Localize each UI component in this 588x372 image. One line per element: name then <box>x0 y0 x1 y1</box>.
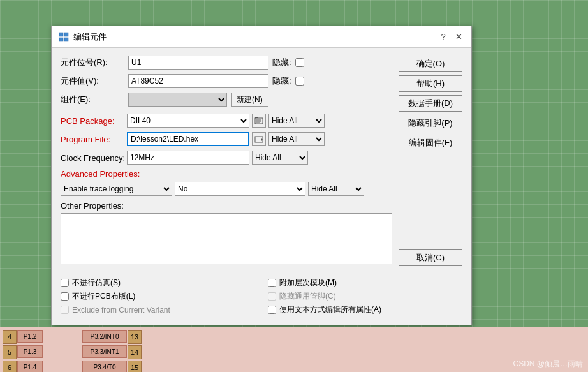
pcb-label-p14: P1.4 <box>17 361 43 372</box>
pcb-package-select[interactable]: DIL40 <box>127 114 249 128</box>
adv-value-select[interactable]: No <box>175 182 305 196</box>
other-props-label: Other Properties: <box>61 201 392 211</box>
pcb-hide-all-select[interactable]: Hide All <box>268 114 325 128</box>
pcb-label-p33int1: P3.3/INT1 <box>82 345 127 358</box>
title-bar-left: 编辑元件 <box>58 31 107 43</box>
no-sim-item: 不进行仿真(S) <box>61 278 255 288</box>
edit-all-props-checkbox[interactable] <box>268 306 276 314</box>
part-label: 组件(E): <box>61 94 124 105</box>
pcb-row7: P3.4/T0 15 <box>82 361 142 372</box>
svg-rect-2 <box>59 38 63 41</box>
svg-rect-3 <box>64 38 68 41</box>
value-hide-checkbox[interactable] <box>295 77 304 86</box>
hide-pins-button[interactable]: 隐藏引脚(P) <box>399 115 462 131</box>
add-submodule-item: 附加层次模块(M) <box>268 278 462 288</box>
program-browse-icon[interactable] <box>252 132 266 146</box>
ref-row: 元件位号(R): 隐藏: <box>61 56 392 70</box>
adv-hide-all-select[interactable]: Hide All <box>308 182 364 196</box>
dialog-icon <box>58 31 70 43</box>
help-button[interactable]: 帮助(H) <box>399 75 462 92</box>
title-bar-controls: ? ✕ <box>437 31 465 43</box>
left-panel: 元件位号(R): 隐藏: 元件值(V): 隐藏: 组件(E): 新建(N) <box>61 56 392 266</box>
no-sim-checkbox[interactable] <box>61 279 69 287</box>
right-panel: 确定(O) 帮助(H) 数据手册(D) 隐藏引脚(P) 编辑固件(F) 取消(C… <box>399 56 462 266</box>
svg-rect-0 <box>59 33 63 36</box>
pcb-row5: P3.2/INT0 13 <box>82 330 142 344</box>
add-submodule-label: 附加层次模块(M) <box>279 278 337 288</box>
exclude-variant-checkbox[interactable] <box>61 306 69 314</box>
program-file-row: Program File: Hide All <box>61 132 392 146</box>
clock-freq-label: Clock Frequency: <box>61 153 124 163</box>
dialog-title: 编辑元件 <box>73 31 107 43</box>
dialog-body: 元件位号(R): 隐藏: 元件值(V): 隐藏: 组件(E): 新建(N) <box>52 48 471 272</box>
help-icon-btn[interactable]: ? <box>437 31 450 43</box>
edit-component-dialog: 编辑元件 ? ✕ 元件位号(R): 隐藏: 元件值(V): 隐藏: <box>51 26 472 325</box>
pcb-row2: 5 P1.3 <box>3 345 43 359</box>
close-icon-btn[interactable]: ✕ <box>452 31 465 43</box>
no-pcb-item: 不进行PCB布版(L) <box>61 291 255 302</box>
pcb-pin-6: 6 <box>3 361 17 372</box>
hide-common-pins-label: 隐藏通用管脚(C) <box>279 291 336 302</box>
ref-hide-label: 隐藏: <box>272 57 291 68</box>
adv-props-row: Enable trace logging No Hide All <box>61 182 392 196</box>
ref-input[interactable] <box>128 56 268 70</box>
clock-hide-all-select[interactable]: Hide All <box>252 151 308 165</box>
no-pcb-label: 不进行PCB布版(L) <box>72 291 135 302</box>
pcb-pin-14: 14 <box>128 345 142 359</box>
pcb-col1: 4 P1.2 5 P1.3 6 P1.4 P1.5 <box>3 330 43 372</box>
ref-hide-checkbox[interactable] <box>295 58 304 67</box>
edit-all-props-item: 使用文本方式编辑所有属性(A) <box>268 304 462 315</box>
hide-common-pins-item: 隐藏通用管脚(C) <box>268 291 462 302</box>
svg-rect-1 <box>64 33 68 36</box>
part-select[interactable] <box>128 93 227 107</box>
pcb-row1: 4 P1.2 <box>3 330 43 344</box>
part-new-button[interactable]: 新建(N) <box>231 93 268 107</box>
pcb-pin-15: 15 <box>128 361 142 372</box>
adv-props-label: Advanced Properties: <box>61 169 392 179</box>
pcb-col2: P3.2/INT0 13 P3.3/INT1 14 P3.4/T0 15 P3.… <box>82 330 142 372</box>
value-label: 元件值(V): <box>61 75 124 87</box>
no-sim-label: 不进行仿真(S) <box>72 278 121 288</box>
pcb-label-p12: P1.2 <box>17 330 43 343</box>
value-hide-label: 隐藏: <box>272 75 291 87</box>
pcb-label-p13: P1.3 <box>17 345 43 358</box>
pcb-row3: 6 P1.4 <box>3 361 43 372</box>
pcb-label-p32int0: P3.2/INT0 <box>82 330 127 343</box>
pcb-pin-5: 5 <box>3 345 17 359</box>
exclude-variant-item: Exclude from Current Variant <box>61 304 255 315</box>
value-input[interactable] <box>128 74 268 88</box>
edit-all-props-label: 使用文本方式编辑所有属性(A) <box>279 304 381 315</box>
cancel-button[interactable]: 取消(C) <box>399 249 462 266</box>
ref-label: 元件位号(R): <box>61 57 124 68</box>
clock-freq-input[interactable] <box>127 151 249 165</box>
pcb-strip: 4 P1.2 5 P1.3 6 P1.4 P1.5 P3.2/INT0 13 P… <box>0 327 588 372</box>
pcb-row6: P3.3/INT1 14 <box>82 345 142 359</box>
pcb-label-p34t0: P3.4/T0 <box>82 361 127 372</box>
pcb-browse-icon[interactable] <box>252 114 266 128</box>
program-file-input[interactable] <box>127 132 249 146</box>
value-row: 元件值(V): 隐藏: <box>61 74 392 88</box>
pcb-pin-13: 13 <box>128 330 142 344</box>
svg-rect-5 <box>255 117 258 118</box>
program-hide-all-select[interactable]: Hide All <box>268 132 325 146</box>
hide-common-pins-checkbox[interactable] <box>268 292 276 301</box>
pcb-pin-4: 4 <box>3 330 17 344</box>
program-file-label: Program File: <box>61 135 124 144</box>
datasheet-button[interactable]: 数据手册(D) <box>399 95 462 112</box>
title-bar: 编辑元件 ? ✕ <box>52 26 471 48</box>
ok-button[interactable]: 确定(O) <box>399 56 462 72</box>
adv-dropdown-select[interactable]: Enable trace logging <box>61 182 172 196</box>
other-props-textarea[interactable] <box>61 213 392 264</box>
add-submodule-checkbox[interactable] <box>268 279 276 287</box>
part-row: 组件(E): 新建(N) <box>61 93 392 107</box>
other-props-section: Other Properties: <box>61 201 392 266</box>
pcb-package-row: PCB Package: DIL40 Hide All <box>61 114 392 128</box>
watermark: CSDN @倾晨…雨晴 <box>508 356 588 372</box>
exclude-variant-label: Exclude from Current Variant <box>72 306 170 315</box>
no-pcb-checkbox[interactable] <box>61 292 69 301</box>
bottom-checkboxes: 不进行仿真(S) 附加层次模块(M) 不进行PCB布版(L) 隐藏通用管脚(C)… <box>52 272 471 322</box>
adv-props-section: Advanced Properties: Enable trace loggin… <box>61 169 392 196</box>
edit-firmware-button[interactable]: 编辑固件(F) <box>399 135 462 151</box>
clock-freq-row: Clock Frequency: Hide All <box>61 151 392 165</box>
pcb-package-label: PCB Package: <box>61 116 124 126</box>
